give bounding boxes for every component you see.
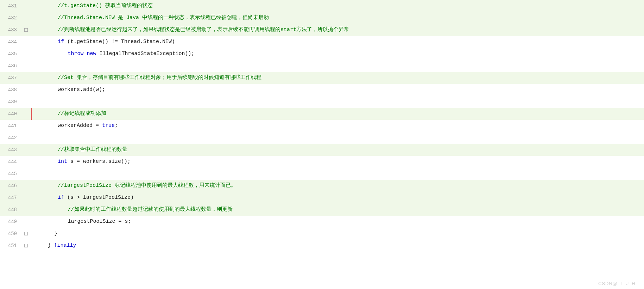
fn-token: } — [55, 230, 58, 238]
line-number: 435 — [0, 48, 21, 60]
gutter — [21, 216, 31, 228]
gutter — [21, 96, 31, 108]
code-line: 440//标记线程成功添加 — [0, 108, 644, 120]
line-number: 447 — [0, 192, 21, 204]
code-line: 431//t.getState() 获取当前线程的状态 — [0, 0, 644, 12]
code-text: workers.add(w); — [31, 84, 644, 96]
code-line: 443//获取集合中工作线程的数量 — [0, 144, 644, 156]
gutter — [21, 24, 31, 36]
code-line: 438workers.add(w); — [0, 84, 644, 96]
bookmark-icon — [24, 232, 28, 235]
line-number: 440 — [0, 108, 21, 120]
code-text: //Set 集合，存储目前有哪些工作线程对象；用于后续销毁的时候知道有哪些工作线… — [31, 72, 644, 84]
gutter — [21, 132, 31, 144]
gutter — [21, 108, 31, 120]
gutter — [21, 144, 31, 156]
line-number: 450 — [0, 228, 21, 240]
watermark: CSDN@_L_J_H_ — [598, 281, 638, 286]
line-number: 437 — [0, 72, 21, 84]
line-number: 433 — [0, 24, 21, 36]
gutter — [21, 192, 31, 204]
code-text: workerAdded = true; — [31, 120, 644, 132]
kw-token: int — [58, 158, 67, 166]
code-text — [31, 60, 644, 72]
code-line: 446//largestPoolSize 标记线程池中使用到的最大线程数，用来统… — [0, 180, 644, 192]
fn-token: IllegalThreadStateException(); — [96, 50, 195, 58]
gutter — [21, 48, 31, 60]
code-line: 434if (t.getState() != Thread.State.NEW) — [0, 36, 644, 48]
code-text: } — [31, 228, 644, 240]
code-line: 433//判断线程池是否已经运行起来了，如果线程状态是已经被启动了，表示后续不能… — [0, 24, 644, 36]
code-text: int s = workers.size(); — [31, 156, 644, 168]
code-text: } finally — [31, 240, 644, 252]
code-text: throw new IllegalThreadStateException(); — [31, 48, 644, 60]
code-line: 441workerAdded = true; — [0, 120, 644, 132]
line-number: 434 — [0, 36, 21, 48]
gutter — [21, 0, 31, 12]
kw-token: finally — [54, 242, 76, 250]
code-text: //如果此时的工作线程数量超过记载的使用到的最大线程数量，则更新 — [31, 204, 644, 216]
code-line: 451} finally — [0, 240, 644, 252]
cm-token: //t.getState() 获取当前线程的状态 — [58, 2, 153, 10]
line-number: 441 — [0, 120, 21, 132]
gutter — [21, 168, 31, 180]
code-line: 447if (s > largestPoolSize) — [0, 192, 644, 204]
line-number: 431 — [0, 0, 21, 12]
gutter — [21, 204, 31, 216]
gutter — [21, 84, 31, 96]
gutter — [21, 156, 31, 168]
code-line: 432//Thread.State.NEW 是 Java 中线程的一种状态，表示… — [0, 12, 644, 24]
code-line: 445 — [0, 168, 644, 180]
fn-token — [84, 50, 87, 58]
cm-token: //Set 集合，存储目前有哪些工作线程对象；用于后续销毁的时候知道有哪些工作线… — [58, 74, 261, 82]
code-text: //largestPoolSize 标记线程池中使用到的最大线程数，用来统计而已… — [31, 180, 644, 192]
line-number: 443 — [0, 144, 21, 156]
code-line: 442 — [0, 132, 644, 144]
code-line: 436 — [0, 60, 644, 72]
code-text: largestPoolSize = s; — [31, 216, 644, 228]
fn-token: workerAdded = — [58, 122, 102, 130]
cm-token: //标记线程成功添加 — [58, 110, 106, 118]
line-number: 439 — [0, 96, 21, 108]
fn-token: (s > largestPoolSize) — [64, 194, 134, 202]
code-line: 437//Set 集合，存储目前有哪些工作线程对象；用于后续销毁的时候知道有哪些… — [0, 72, 644, 84]
fn-token: ; — [115, 122, 118, 130]
line-number: 445 — [0, 168, 21, 180]
fn-token: (t.getState() != Thread.State.NEW) — [64, 38, 175, 46]
kw-token: new — [87, 50, 96, 58]
bookmark-icon — [24, 28, 28, 32]
gutter — [21, 60, 31, 72]
code-text — [31, 168, 644, 180]
line-number: 448 — [0, 204, 21, 216]
code-line: 439 — [0, 96, 644, 108]
code-line: 435throw new IllegalThreadStateException… — [0, 48, 644, 60]
gutter — [21, 180, 31, 192]
code-line: 449largestPoolSize = s; — [0, 216, 644, 228]
code-text: //Thread.State.NEW 是 Java 中线程的一种状态，表示线程已… — [31, 12, 644, 24]
code-text: //判断线程池是否已经运行起来了，如果线程状态是已经被启动了，表示后续不能再调用… — [31, 24, 644, 36]
cm-token: //如果此时的工作线程数量超过记载的使用到的最大线程数量，则更新 — [68, 206, 233, 214]
fn-token: s = workers.size(); — [67, 158, 131, 166]
cm-token: //Thread.State.NEW 是 Java 中线程的一种状态，表示线程已… — [58, 14, 269, 22]
code-text: //获取集合中工作线程的数量 — [31, 144, 644, 156]
fn-token: largestPoolSize = s; — [68, 218, 131, 226]
line-number: 436 — [0, 60, 21, 72]
line-number: 444 — [0, 156, 21, 168]
kw-token: if — [58, 38, 64, 46]
code-line: 450} — [0, 228, 644, 240]
code-text — [31, 96, 644, 108]
gutter — [21, 240, 31, 252]
cm-token: //largestPoolSize 标记线程池中使用到的最大线程数，用来统计而已… — [58, 182, 236, 190]
code-line: 444int s = workers.size(); — [0, 156, 644, 168]
kw-token: throw — [68, 50, 84, 58]
code-text: //标记线程成功添加 — [31, 108, 644, 120]
kw-token: if — [58, 194, 64, 202]
gutter — [21, 12, 31, 24]
line-number: 449 — [0, 216, 21, 228]
line-number: 432 — [0, 12, 21, 24]
code-line: 448//如果此时的工作线程数量超过记载的使用到的最大线程数量，则更新 — [0, 204, 644, 216]
cm-token: //获取集合中工作线程的数量 — [58, 146, 127, 154]
line-number: 442 — [0, 132, 21, 144]
code-text — [31, 132, 644, 144]
kw-token: true — [102, 122, 115, 130]
